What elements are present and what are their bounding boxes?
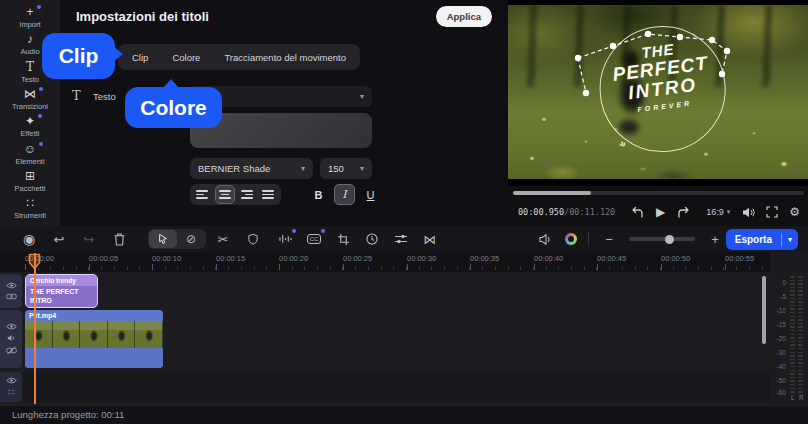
export-button[interactable]: Esporta ▾: [726, 229, 798, 250]
chevron-down-icon: ▾: [727, 208, 731, 216]
divider: [588, 232, 589, 246]
speaker-icon[interactable]: [7, 334, 16, 342]
playhead-handle[interactable]: [28, 253, 41, 270]
eye-icon[interactable]: [6, 323, 17, 330]
undo-icon[interactable]: ↩: [50, 229, 68, 249]
align-right-icon: [240, 190, 253, 199]
fullscreen-icon[interactable]: [766, 206, 778, 218]
sidebar-item-strumenti[interactable]: ∷ Strumenti: [0, 195, 60, 222]
aspect-ratio-select[interactable]: 16:9 ▾: [706, 207, 730, 217]
underline-button[interactable]: U: [360, 184, 381, 205]
preview-controls: 00:00.950/00:11.120 ▶ 16:9 ▾: [508, 186, 808, 226]
align-center-button[interactable]: [215, 185, 235, 204]
speed-clock-icon[interactable]: [363, 229, 381, 249]
color-palette-icon[interactable]: [565, 233, 577, 245]
crop-icon[interactable]: [334, 229, 352, 249]
sidebar-item-elementi[interactable]: ☺ Elementi: [0, 140, 60, 167]
previous-frame-button[interactable]: [631, 206, 644, 218]
notification-dot: [37, 5, 41, 9]
sidebar-item-effetti[interactable]: ✦ Effetti: [0, 113, 60, 140]
zoom-slider-thumb[interactable]: [665, 235, 674, 244]
redo-icon[interactable]: ↪: [80, 229, 98, 249]
align-left-button[interactable]: [193, 185, 213, 204]
timeline-toolbar: ◉ ↩ ↪ ⊘ ✂ CC: [0, 226, 808, 252]
timeline-zoom-slider[interactable]: [629, 237, 695, 241]
zoom-in-button[interactable]: +: [706, 229, 724, 249]
status-bar: Lunghezza progetto: 00:11: [0, 405, 808, 424]
timeline-ruler[interactable]: 00:00:00 00:00:05 00:00:10 00:00:15 00:0…: [0, 252, 770, 272]
beats-grid-icon[interactable]: ∷: [8, 388, 14, 397]
sidebar-item-pacchetti[interactable]: ⊞ Pacchetti: [0, 168, 60, 195]
split-scissors-icon[interactable]: ✂: [214, 229, 232, 249]
transition-bowtie-icon[interactable]: ⋈: [421, 229, 439, 249]
unlink-icon[interactable]: [6, 346, 17, 355]
tracks-scrollbar[interactable]: [762, 276, 766, 344]
video-editor-window: + Import ♪ Audio T Testo ⋈ Transizioni ✦…: [0, 0, 808, 424]
chevron-down-icon: ▾: [360, 92, 364, 101]
tab-tracciamento[interactable]: Tracciamento del movimento: [224, 52, 346, 63]
text-icon: T: [26, 61, 34, 74]
unlink-tool-icon[interactable]: ⊘: [177, 230, 205, 248]
tab-clip[interactable]: Clip: [132, 52, 148, 63]
title-clip[interactable]: Cerchio trendy THE PERFECT INTRO Forever: [25, 274, 98, 308]
preview-screen[interactable]: THE PERFECT INTRO FOREVER »: [508, 0, 808, 186]
format-row: B I U: [190, 184, 381, 205]
tab-colore[interactable]: Colore: [172, 52, 200, 63]
video-preview: THE PERFECT INTRO FOREVER »: [508, 0, 808, 226]
align-right-button[interactable]: [236, 185, 256, 204]
alignment-group: [190, 184, 281, 205]
font-size-value: 150: [328, 163, 344, 174]
record-icon[interactable]: ◉: [20, 229, 38, 249]
zoom-out-button[interactable]: −: [600, 229, 618, 249]
filters-sliders-icon[interactable]: [392, 229, 410, 249]
video-clip-thumbnails: [25, 321, 163, 348]
eye-icon[interactable]: [6, 377, 17, 384]
pointer-tool-button[interactable]: [149, 230, 177, 248]
align-justify-icon: [262, 190, 275, 199]
align-justify-button[interactable]: [258, 185, 278, 204]
audio-edit-icon[interactable]: [276, 229, 294, 249]
play-button[interactable]: ▶: [656, 205, 665, 219]
seek-bar[interactable]: [513, 191, 804, 195]
playhead-line: [34, 253, 36, 404]
mute-speaker-icon[interactable]: [536, 229, 554, 249]
transition-icon: ⋈: [24, 88, 36, 101]
video-clip-name: Pet.mp4: [25, 310, 163, 321]
seek-fill: [513, 191, 591, 195]
align-left-icon: [196, 190, 209, 199]
eye-icon[interactable]: [6, 282, 17, 289]
sidebar-item-import[interactable]: + Import: [0, 4, 60, 31]
shield-marker-icon[interactable]: [244, 229, 262, 249]
timecode: 00:00.950/00:11.120: [518, 207, 615, 217]
gear-icon[interactable]: ⚙: [789, 205, 800, 219]
text-section-icon: T: [72, 88, 81, 103]
font-size-select[interactable]: 150 ▾: [320, 158, 372, 179]
font-family-value: BERNIER Shade: [198, 163, 270, 174]
bold-button[interactable]: B: [308, 184, 329, 205]
video-track-header: [0, 310, 22, 368]
align-center-icon: [218, 190, 231, 199]
chevron-down-icon[interactable]: ▾: [782, 235, 798, 244]
page-title: Impostazioni dei titoli: [76, 9, 209, 24]
sparkle-icon: ✦: [25, 115, 35, 128]
captions-icon[interactable]: CC: [305, 229, 323, 249]
settings-tabbar: Clip Colore Tracciamento del movimento: [118, 44, 360, 70]
smiley-icon: ☺: [24, 143, 36, 156]
volume-icon[interactable]: [742, 207, 755, 218]
video-clip-audio-strip: [25, 348, 163, 368]
import-icon: +: [26, 6, 33, 19]
title-clip-name: Cerchio trendy: [26, 275, 97, 286]
extra-track-header: ∷: [0, 372, 22, 402]
notification-dot: [39, 87, 43, 91]
font-family-select[interactable]: BERNIER Shade ▾: [190, 158, 313, 179]
delete-icon[interactable]: [110, 229, 128, 249]
link-icon[interactable]: [6, 293, 17, 300]
video-clip[interactable]: Pet.mp4: [25, 310, 163, 368]
selection-handles[interactable]: [508, 0, 808, 186]
sidebar-item-transizioni[interactable]: ⋈ Transizioni: [0, 86, 60, 113]
notification-dot: [39, 142, 43, 146]
empty-track-row: [0, 372, 770, 402]
next-frame-button[interactable]: [677, 206, 690, 218]
italic-button[interactable]: I: [334, 184, 355, 205]
apply-button[interactable]: Applica: [436, 6, 492, 27]
